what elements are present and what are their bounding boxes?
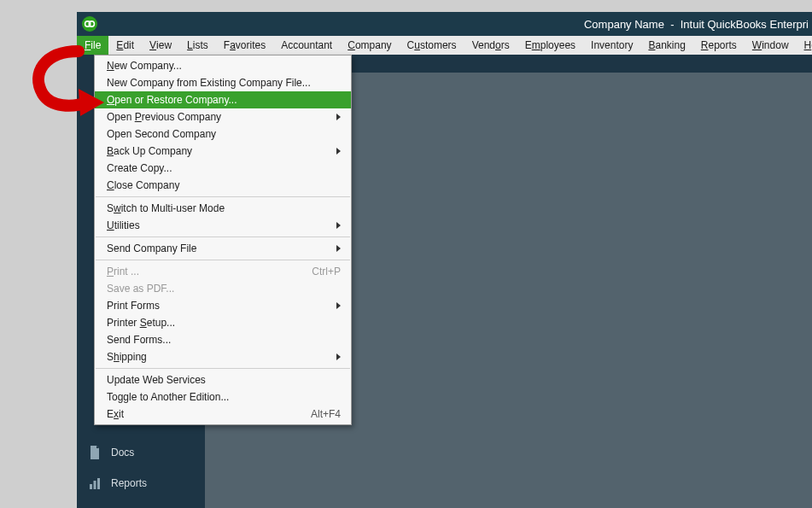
- menu-item-label: Print Forms: [107, 300, 160, 312]
- file-menu-item[interactable]: Open or Restore Company...: [95, 91, 351, 108]
- file-menu-item[interactable]: Switch to Multi-user Mode: [95, 200, 351, 217]
- menu-separator: [96, 236, 350, 237]
- menu-window[interactable]: Window: [745, 36, 797, 55]
- menu-item-label: Save as PDF...: [107, 283, 174, 295]
- menu-item-label: Open Second Company: [107, 128, 216, 140]
- menu-separator: [96, 260, 350, 260]
- menu-edit[interactable]: Edit: [108, 36, 142, 55]
- file-menu-item[interactable]: New Company...: [95, 57, 351, 74]
- file-menu-item[interactable]: ExitAlt+F4: [95, 406, 351, 423]
- menu-item-label: Close Company: [107, 179, 179, 191]
- menu-company[interactable]: Company: [340, 36, 399, 55]
- file-menu-item[interactable]: New Company from Existing Company File..…: [95, 74, 351, 91]
- file-menu-item[interactable]: Print Forms: [95, 297, 351, 314]
- menu-item-label: Send Company File: [107, 242, 196, 254]
- menu-help[interactable]: Help: [797, 36, 812, 55]
- menu-item-label: New Company from Existing Company File..…: [107, 77, 311, 89]
- file-menu-dropdown: New Company...New Company from Existing …: [94, 55, 352, 425]
- file-menu-item[interactable]: Back Up Company: [95, 143, 351, 160]
- file-menu-item[interactable]: Utilities: [95, 217, 351, 234]
- menu-item-label: Create Copy...: [107, 162, 172, 174]
- file-menu-item[interactable]: Close Company: [95, 177, 351, 194]
- menu-item-label: Back Up Company: [107, 145, 192, 157]
- menu-banking[interactable]: Banking: [640, 36, 692, 55]
- file-menu-item[interactable]: Shipping: [95, 348, 351, 365]
- menu-customers[interactable]: Customers: [400, 36, 464, 55]
- menu-item-label: Toggle to Another Edition...: [107, 391, 229, 403]
- svg-rect-2: [90, 484, 92, 489]
- qb-logo-icon: [82, 16, 97, 32]
- menu-employees[interactable]: Employees: [517, 36, 583, 55]
- menu-file[interactable]: File: [77, 36, 108, 55]
- submenu-arrow-icon: [336, 302, 341, 309]
- file-menu-item[interactable]: Update Web Services: [95, 371, 351, 388]
- menu-item-label: Send Forms...: [107, 334, 171, 346]
- menu-separator: [96, 368, 350, 369]
- menu-separator: [96, 196, 350, 197]
- menu-item-label: Utilities: [107, 219, 140, 231]
- menu-view[interactable]: View: [142, 36, 179, 55]
- submenu-arrow-icon: [336, 114, 341, 120]
- titlebar-text: Company Name - Intuit QuickBooks Enterpr…: [104, 18, 812, 31]
- menu-inventory[interactable]: Inventory: [583, 36, 640, 55]
- menu-vendors[interactable]: Vendors: [464, 36, 517, 55]
- titlebar: Company Name - Intuit QuickBooks Enterpr…: [77, 12, 812, 36]
- menu-favorites[interactable]: Favorites: [216, 36, 273, 55]
- file-menu-item[interactable]: Printer Setup...: [95, 314, 351, 331]
- submenu-arrow-icon: [336, 245, 341, 252]
- menu-item-shortcut: Ctrl+P: [312, 266, 341, 277]
- menu-item-label: Update Web Services: [107, 374, 206, 386]
- menubar: FileEditViewListsFavoritesAccountantComp…: [77, 36, 812, 55]
- submenu-arrow-icon: [336, 148, 341, 155]
- menu-item-label: Switch to Multi-user Mode: [107, 202, 225, 214]
- menu-item-label: Printer Setup...: [107, 317, 175, 329]
- file-menu-item[interactable]: Send Company File: [95, 240, 351, 257]
- menu-item-label: Print ...: [107, 266, 139, 277]
- menu-item-label: Exit: [107, 408, 124, 420]
- menu-item-shortcut: Alt+F4: [311, 408, 341, 420]
- submenu-arrow-icon: [336, 222, 341, 229]
- menu-item-label: New Company...: [107, 60, 182, 72]
- document-icon: [89, 446, 101, 459]
- svg-rect-4: [97, 478, 100, 489]
- company-name: Company Name: [584, 18, 664, 31]
- file-menu-item: Print ...Ctrl+P: [95, 263, 351, 280]
- file-menu-item[interactable]: Open Second Company: [95, 126, 351, 143]
- menu-lists[interactable]: Lists: [179, 36, 216, 55]
- menu-item-label: Open or Restore Company...: [107, 94, 237, 106]
- file-menu-item[interactable]: Send Forms...: [95, 331, 351, 348]
- sidebar-reports-label: Reports: [111, 477, 147, 489]
- sidebar-docs-label: Docs: [111, 447, 134, 458]
- sidebar-item-reports[interactable]: Reports: [77, 468, 205, 499]
- product-name: Intuit QuickBooks Enterpri: [681, 18, 809, 31]
- file-menu-item[interactable]: Toggle to Another Edition...: [95, 388, 351, 406]
- barchart-icon: [89, 476, 101, 490]
- svg-rect-3: [94, 481, 96, 489]
- menu-accountant[interactable]: Accountant: [273, 36, 340, 55]
- menu-reports[interactable]: Reports: [693, 36, 745, 55]
- file-menu-item: Save as PDF...: [95, 280, 351, 297]
- file-menu-item[interactable]: Create Copy...: [95, 160, 351, 177]
- menu-item-label: Shipping: [107, 351, 147, 363]
- file-menu-item[interactable]: Open Previous Company: [95, 108, 351, 126]
- menu-item-label: Open Previous Company: [107, 111, 221, 123]
- sidebar-item-docs[interactable]: Docs: [77, 437, 205, 468]
- submenu-arrow-icon: [336, 353, 341, 360]
